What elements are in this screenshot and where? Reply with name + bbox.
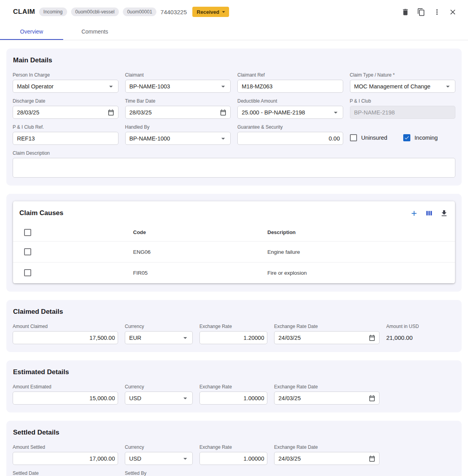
close-button[interactable]: [445, 4, 460, 19]
claim-description-label: Claim Description: [13, 150, 455, 156]
estimated-exchange-rate-input[interactable]: [204, 395, 264, 401]
field-estimated-exchange-rate: Exchange Rate: [199, 384, 267, 405]
copy-button[interactable]: [413, 4, 429, 19]
estimated-currency-select[interactable]: USD: [125, 392, 193, 405]
columns-settings-button[interactable]: [423, 207, 435, 219]
claim-causes-actions: [408, 207, 450, 219]
time-bar-date-input[interactable]: [130, 109, 219, 116]
handled-by-select[interactable]: BP-NAME-1000: [125, 132, 231, 145]
guarantee-security-field: [237, 132, 343, 145]
field-claimed-currency: Currency EUR: [125, 324, 193, 344]
exchange-rate-date-label: Exchange Rate Date: [274, 324, 380, 329]
field-amount-in-usd: Amount in USD 21,000.00: [386, 324, 455, 344]
calendar-icon[interactable]: [219, 108, 227, 117]
pi-club-field-disabled: BP-NAME-2198: [350, 106, 456, 119]
more-options-button[interactable]: [429, 4, 444, 19]
estimated-details-section: Estimated Details Amount Estimated Curre…: [6, 360, 462, 412]
cause-code: ENG06: [133, 249, 267, 255]
claimed-currency-select[interactable]: EUR: [125, 331, 193, 344]
chevron-down-icon: [181, 394, 190, 403]
calendar-icon[interactable]: [368, 394, 376, 403]
tab-overview[interactable]: Overview: [0, 24, 63, 40]
uninsured-checkbox[interactable]: Uninsured: [350, 134, 387, 141]
top-bar: CLAIM Incoming 0uom00cbli-vessel 0uom000…: [0, 0, 468, 24]
pi-club-label: P & I Club: [350, 98, 456, 104]
exchange-rate-label: Exchange Rate: [199, 444, 267, 450]
amount-estimated-input[interactable]: [17, 395, 115, 401]
field-settled-exchange-rate: Exchange Rate: [199, 444, 267, 465]
field-claimant: Claimant BP-NAME-1003: [125, 72, 231, 93]
section-title-settled-details: Settled Details: [13, 429, 455, 437]
delete-button[interactable]: [398, 4, 413, 19]
incoming-checkbox[interactable]: Incoming: [403, 134, 438, 141]
guarantee-security-input[interactable]: [242, 135, 340, 142]
row-checkbox[interactable]: [24, 248, 31, 255]
pi-club-ref-input[interactable]: [17, 135, 115, 142]
pi-club-ref-label: P & I Club Ref.: [13, 124, 118, 130]
calendar-icon[interactable]: [368, 334, 376, 342]
claimed-exchange-rate-field: [199, 331, 267, 344]
field-pi-club: P & I Club BP-NAME-2198: [350, 98, 456, 119]
amount-claimed-field: [13, 331, 118, 344]
claim-description-input[interactable]: [13, 158, 455, 178]
copy-icon: [417, 8, 425, 16]
chevron-down-icon: [181, 454, 190, 463]
tab-comments[interactable]: Comments: [63, 24, 126, 40]
deductible-amount-select[interactable]: 25.000 - BP-NAME-2198: [237, 106, 343, 119]
chevron-down-icon: [444, 82, 452, 91]
settled-exchange-rate-date-input[interactable]: [278, 455, 368, 462]
kebab-menu-icon: [433, 8, 441, 16]
claimant-select[interactable]: BP-NAME-1003: [125, 80, 231, 93]
select-all-checkbox[interactable]: [24, 229, 31, 236]
discharge-date-label: Discharge Date: [13, 98, 118, 104]
row-checkbox[interactable]: [24, 269, 31, 276]
column-header-code: Code: [133, 229, 267, 235]
status-dropdown[interactable]: Received: [192, 7, 229, 17]
amount-claimed-input[interactable]: [17, 335, 115, 341]
page-title: CLAIM: [13, 8, 35, 16]
exchange-rate-label: Exchange Rate: [199, 384, 267, 390]
checkbox-unchecked-icon: [350, 134, 357, 141]
table-row[interactable]: FIR05 Fire or explosion: [13, 262, 455, 283]
add-claim-cause-button[interactable]: [408, 207, 420, 219]
claimed-exchange-rate-input[interactable]: [204, 335, 264, 341]
claim-causes-card: Claim Causes Code Description: [13, 201, 455, 283]
field-settled-currency: Currency USD: [125, 444, 193, 465]
discharge-date-input[interactable]: [17, 109, 107, 116]
discharge-date-field: [13, 106, 118, 119]
checkbox-checked-icon: [403, 134, 410, 141]
claim-type-select[interactable]: MOC Management of Change: [350, 80, 456, 93]
field-claim-type: Claim Type / Nature * MOC Management of …: [350, 72, 456, 93]
claimed-exchange-rate-date-input[interactable]: [278, 335, 368, 341]
amount-settled-input[interactable]: [17, 455, 115, 462]
claim-type-label: Claim Type / Nature *: [350, 72, 456, 78]
claimant-ref-input[interactable]: [242, 83, 340, 90]
estimated-exchange-rate-field: [199, 392, 267, 405]
chevron-down-icon: [219, 134, 227, 143]
table-row[interactable]: ENG06 Engine failure: [13, 242, 455, 262]
chevron-down-icon: [220, 8, 227, 15]
settled-exchange-rate-input[interactable]: [204, 455, 264, 462]
download-button[interactable]: [438, 207, 450, 219]
claimant-ref-field: [237, 80, 343, 93]
field-estimated-currency: Currency USD: [125, 384, 193, 405]
chip-vessel: 0uom00cbli-vessel: [71, 7, 119, 16]
exchange-rate-date-label: Exchange Rate Date: [274, 384, 380, 390]
uninsured-label: Uninsured: [361, 135, 387, 141]
calendar-icon[interactable]: [368, 454, 376, 463]
person-in-charge-label: Person In Charge: [13, 72, 118, 78]
calendar-icon[interactable]: [107, 108, 115, 117]
plus-icon: [410, 209, 418, 217]
chevron-down-icon: [181, 334, 190, 342]
pi-club-ref-field: [13, 132, 118, 145]
estimated-exchange-rate-date-input[interactable]: [278, 395, 368, 401]
cause-description: Fire or explosion: [267, 270, 455, 276]
person-in-charge-select[interactable]: Mabl Operator: [13, 80, 118, 93]
settled-currency-select[interactable]: USD: [125, 452, 193, 465]
exchange-rate-date-label: Exchange Rate Date: [274, 444, 380, 450]
time-bar-date-label: Time Bar Date: [125, 98, 231, 104]
cause-description: Engine failure: [267, 249, 455, 255]
field-deductible-amount: Deductible Amount 25.000 - BP-NAME-2198: [237, 98, 343, 119]
chevron-down-icon: [107, 82, 115, 91]
chevron-down-icon: [331, 108, 340, 117]
